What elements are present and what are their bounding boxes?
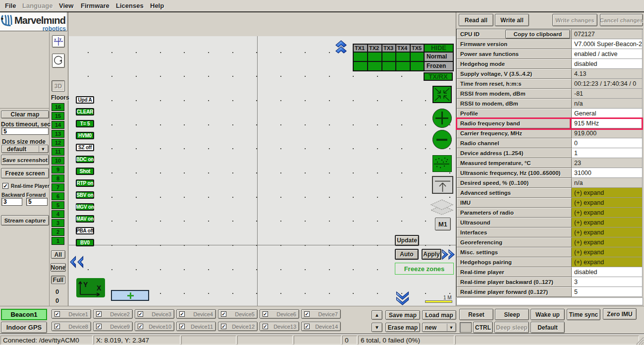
svg-text:Y: Y [83,281,88,288]
svg-text:y: y [59,37,61,41]
svg-text:X: X [97,284,102,292]
svg-text:x: x [54,38,56,41]
